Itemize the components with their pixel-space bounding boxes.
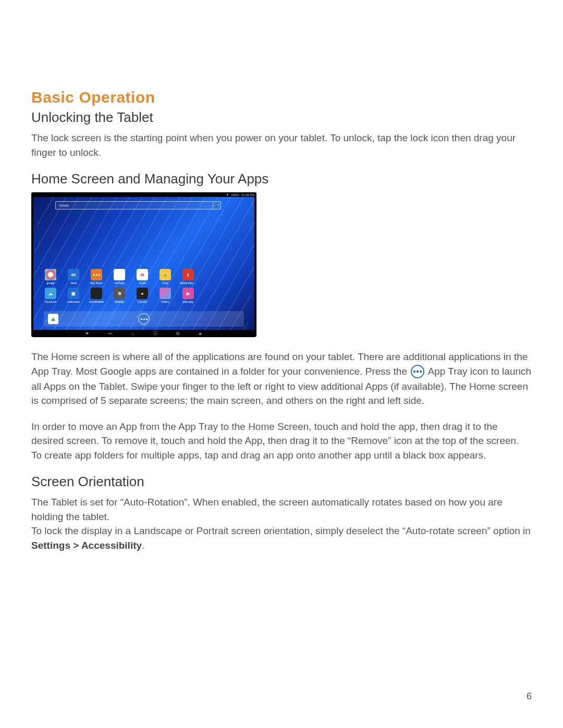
mic-icon: 🎤 <box>213 202 221 209</box>
app-icon-graphic <box>114 269 125 280</box>
paragraph-orientation-2: To lock the display in a Landscape or Po… <box>31 524 532 552</box>
app-label: CloudLink <box>45 300 56 303</box>
apps-row-2: ☁CloudLink▣mxbrowseraccuweather⚙Settings… <box>44 288 244 303</box>
wifi-icon: ▼ <box>226 193 229 196</box>
tablet-apps-grid: google4KVeediPlay MusicYouTubeMGmail▲Dri… <box>44 269 244 303</box>
app-label: Veedi <box>70 281 77 285</box>
p-orient-2c: . <box>142 540 144 551</box>
nav-home-icon: ⌂ <box>131 331 134 336</box>
app-icon: Gallery <box>158 288 172 303</box>
nav-back-icon: ↩ <box>108 331 113 336</box>
search-hint: Google <box>56 204 213 207</box>
app-icon-graphic <box>91 269 102 280</box>
document-page: Basic Operation Unlocking the Tablet The… <box>0 0 563 728</box>
app-label: plain play <box>182 300 193 303</box>
app-label: Adobe Reader <box>180 281 197 285</box>
play-store-icon <box>48 314 58 324</box>
app-icon: ●Camera <box>136 288 149 303</box>
app-icon: ☁CloudLink <box>44 288 57 303</box>
app-icon: YouTube <box>113 269 126 285</box>
app-icon: MGmail <box>136 269 149 285</box>
tablet-status-bar: ▼ 100% 10:28 AM <box>31 192 256 197</box>
app-icon: ⚙Settings <box>113 288 126 303</box>
app-label: Play Music <box>90 281 103 285</box>
app-label: Camera <box>138 300 147 303</box>
paragraph-home-2: In order to move an App from the App Tra… <box>31 419 532 463</box>
app-label: Gallery <box>161 300 169 303</box>
app-icon: ▶plain play <box>181 288 195 303</box>
paragraph-orientation-1: The Tablet is set for “Auto-Rotation”. W… <box>31 495 532 524</box>
app-tray-inline-icon <box>411 365 424 378</box>
app-label: Drive <box>162 281 168 285</box>
apps-row-1: google4KVeediPlay MusicYouTubeMGmail▲Dri… <box>44 269 244 285</box>
section-heading-basic-operation: Basic Operation <box>31 89 532 106</box>
app-label: YouTube <box>114 281 125 285</box>
subheading-home-screen: Home Screen and Managing Your Apps <box>31 171 532 187</box>
app-icon-graphic: ☁ <box>45 288 56 299</box>
nav-multi-icon: ⧉ <box>176 331 179 337</box>
app-icon-graphic: ⚙ <box>114 288 125 299</box>
app-label: accuweather <box>89 300 104 303</box>
tablet-screenshot: ▼ 100% 10:28 AM Google 🎤 google4KVeediPl… <box>31 192 256 337</box>
app-icon-graphic <box>45 269 56 280</box>
app-icon: Play Music <box>90 269 103 285</box>
page-number: 6 <box>527 691 532 702</box>
app-icon-graphic: ● <box>137 288 148 299</box>
app-icon-graphic: M <box>137 269 148 280</box>
app-icon-graphic <box>91 288 102 299</box>
app-icon: λAdobe Reader <box>181 269 195 285</box>
settings-accessibility-bold: Settings > Accessibility <box>31 540 142 551</box>
app-icon-graphic: ▶ <box>182 288 194 299</box>
app-icon-graphic: ▲ <box>160 269 171 280</box>
nav-volume-down-icon: ⏷ <box>85 331 90 336</box>
tablet-home-screen: Google 🎤 google4KVeediPlay MusicYouTubeM… <box>33 197 254 330</box>
app-label: Settings <box>115 300 124 303</box>
nav-volume-icon: ⏶ <box>198 331 203 336</box>
app-icon-graphic: λ <box>182 269 194 280</box>
clock-text: 10:28 AM <box>241 193 254 196</box>
subheading-unlocking: Unlocking the Tablet <box>31 109 532 126</box>
subheading-orientation: Screen Orientation <box>31 474 532 490</box>
app-label: google <box>46 281 54 285</box>
tablet-dock <box>44 311 244 327</box>
app-icon-graphic <box>160 288 171 299</box>
p-orient-2a: To lock the display in a Landscape or Po… <box>31 525 531 536</box>
app-icon: accuweather <box>90 288 103 303</box>
app-icon-graphic: 4K <box>68 269 79 280</box>
paragraph-home-1: The Home screen is where all of the appl… <box>31 350 532 408</box>
paragraph-unlocking: The lock screen is the starting point wh… <box>31 131 532 159</box>
app-icon: 4KVeedi <box>67 269 80 285</box>
app-icon: ▣mxbrowser <box>67 288 80 303</box>
app-icon: google <box>44 269 57 285</box>
app-label: mxbrowser <box>67 300 80 303</box>
tablet-search-bar: Google 🎤 <box>55 201 221 209</box>
app-label: Gmail <box>139 281 145 285</box>
app-icon: ▲Drive <box>158 269 172 285</box>
battery-text: 100% <box>231 193 239 196</box>
tablet-nav-bar: ⏷ ↩ ⌂ ☷ ⧉ ⏶ <box>33 330 254 337</box>
app-tray-icon <box>138 313 150 325</box>
app-icon-graphic: ▣ <box>68 288 79 299</box>
nav-recent-icon: ☷ <box>153 331 157 336</box>
